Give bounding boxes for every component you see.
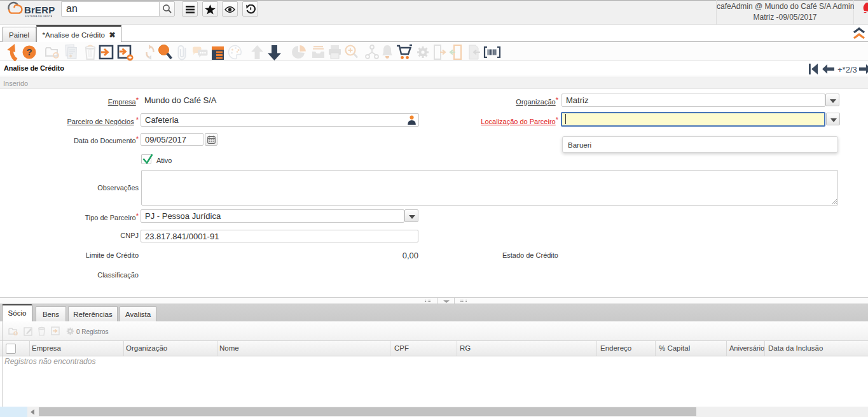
svg-text:?: ? [26,46,32,57]
